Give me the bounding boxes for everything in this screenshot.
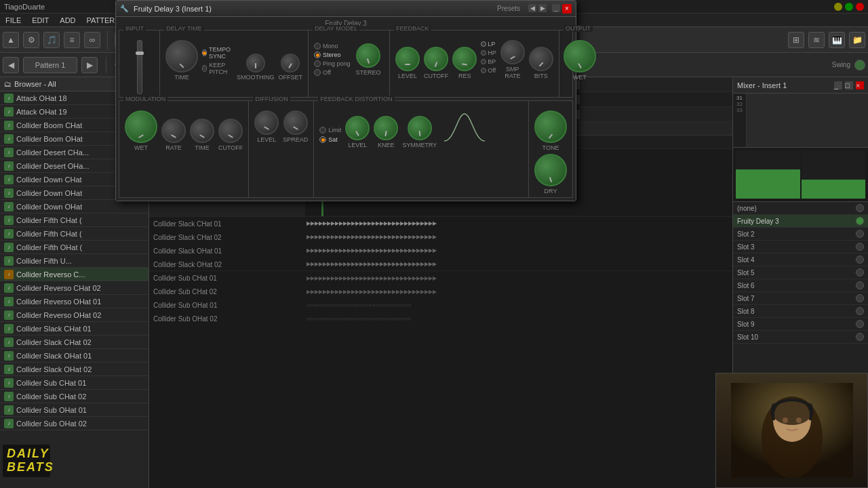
swing-knob[interactable] xyxy=(854,60,865,70)
presets-label[interactable]: Presets xyxy=(497,5,520,12)
menu-add[interactable]: ADD xyxy=(57,15,78,26)
sidebar-item[interactable]: ♪Collider Fifth OHat ( xyxy=(0,241,149,254)
cutoff-knob[interactable] xyxy=(424,47,448,71)
mixer-slot-3[interactable]: Slot 3 xyxy=(733,241,868,253)
sidebar-item[interactable]: ♪Collider Sub CHat 01 xyxy=(0,376,149,390)
menu-file[interactable]: FILE xyxy=(3,15,24,26)
tool-btn-4[interactable]: ≡ xyxy=(64,32,80,48)
sidebar-item[interactable]: ♪Collider Reverso C... xyxy=(0,268,149,281)
sidebar-item[interactable]: ♪Collider Down OHat xyxy=(0,200,149,214)
tempo-sync-radio[interactable]: TEMPO SYNC xyxy=(202,46,233,60)
diff-level-knob[interactable] xyxy=(254,110,279,135)
model-mono[interactable]: Mono xyxy=(314,43,351,49)
filter-bp[interactable]: BP xyxy=(481,58,496,65)
sidebar-item-icon: ♪ xyxy=(4,107,14,117)
mixer-btn[interactable]: ⊞ xyxy=(788,32,804,48)
pattern-prev[interactable]: ◀ xyxy=(3,57,19,73)
sidebar-item[interactable]: ♪Collider Sub CHat 02 xyxy=(0,390,149,403)
model-ping-pong[interactable]: Ping pong xyxy=(314,60,351,67)
mixer-slot-6[interactable]: Slot 6 xyxy=(733,279,868,292)
dist-level-knob[interactable] xyxy=(345,116,370,140)
sidebar-item[interactable]: ♪Collider Slack CHat 02 xyxy=(0,336,149,349)
filter-hp[interactable]: HP xyxy=(481,49,496,56)
sidebar-item[interactable]: ♪Collider Reverso OHat 01 xyxy=(0,295,149,308)
input-fader[interactable] xyxy=(137,40,142,94)
sat-label: Sat xyxy=(328,136,338,143)
filter-lp[interactable]: LP xyxy=(481,41,496,47)
stereo-knob[interactable] xyxy=(356,43,380,68)
sidebar-item[interactable]: ♪Collider Sub OHat 01 xyxy=(0,403,149,417)
bits-label: BITS xyxy=(534,73,548,79)
level-knob[interactable] xyxy=(395,47,420,71)
model-stereo[interactable]: Stereo xyxy=(314,52,351,58)
sat-radio[interactable]: Sat xyxy=(319,136,341,143)
mixer-slot-9[interactable]: Slot 9 xyxy=(733,318,868,331)
offset-knob[interactable] xyxy=(281,54,300,73)
mixer-minimize[interactable]: _ xyxy=(834,81,842,89)
plugin-minimize[interactable]: _ xyxy=(552,4,560,12)
mixer-slot-fruity-delay[interactable]: Fruity Delay 3 xyxy=(733,215,868,228)
plugin-close-button[interactable]: × xyxy=(562,4,572,14)
meter-bar xyxy=(802,150,866,199)
mixer-slot-none[interactable]: (none) xyxy=(733,202,868,215)
tone-knob[interactable] xyxy=(534,110,567,143)
mixer-slot-indicator xyxy=(856,243,864,251)
tool-btn-3[interactable]: 🎵 xyxy=(43,32,60,48)
sidebar-item[interactable]: ♪Collider Reverso OHat 02 xyxy=(0,308,149,322)
knob-group-time: TIME xyxy=(165,40,198,81)
filter-type-group: LP HP BP Off xyxy=(481,41,496,74)
wet-knob[interactable] xyxy=(564,40,596,73)
channel-rack-btn[interactable]: ≋ xyxy=(808,32,825,48)
knob-group-modwet: WET xyxy=(125,110,157,151)
sidebar-item-icon: ♪ xyxy=(4,148,14,157)
tool-btn-5[interactable]: ∞ xyxy=(84,32,100,48)
mod-time-knob[interactable] xyxy=(190,119,214,143)
tool-btn-1[interactable]: ▲ xyxy=(3,32,19,48)
mixer-slot-4[interactable]: Slot 4 xyxy=(733,253,868,266)
smprate-knob[interactable] xyxy=(500,40,525,64)
mod-wet-knob[interactable] xyxy=(125,110,157,143)
bits-knob[interactable] xyxy=(529,47,553,71)
time-knob[interactable] xyxy=(165,40,198,73)
minimize-button[interactable] xyxy=(834,3,842,11)
sidebar-item[interactable]: ♪Collider Fifth CHat ( xyxy=(0,214,149,227)
sidebar-item[interactable]: ♪Collider Slack CHat 01 xyxy=(0,322,149,336)
tool-btn-2[interactable]: ⚙ xyxy=(23,32,39,48)
mixer-close[interactable]: × xyxy=(856,81,864,89)
menu-edit[interactable]: EDIT xyxy=(29,15,52,26)
close-button[interactable] xyxy=(856,3,864,11)
svg-point-5 xyxy=(796,418,802,423)
mixer-slot-8[interactable]: Slot 8 xyxy=(733,305,868,318)
keep-pitch-radio[interactable]: KEEP PITCH xyxy=(202,62,233,75)
knee-knob[interactable] xyxy=(374,116,398,140)
pattern-next[interactable]: ▶ xyxy=(81,57,98,73)
piano-roll-btn[interactable]: 🎹 xyxy=(829,32,845,48)
diff-spread-knob[interactable] xyxy=(283,110,308,135)
model-off[interactable]: Off xyxy=(314,69,351,76)
sidebar-item[interactable]: ♪Collider Reverso CHat 02 xyxy=(0,281,149,295)
filter-off[interactable]: Off xyxy=(481,67,496,74)
browser-btn[interactable]: 📁 xyxy=(849,32,865,48)
sidebar-item[interactable]: ♪Collider Fifth U... xyxy=(0,254,149,268)
mixer-slot-5[interactable]: Slot 5 xyxy=(733,266,868,279)
sidebar-item[interactable]: ♪Collider Slack OHat 01 xyxy=(0,349,149,363)
sidebar-item[interactable]: ♪Collider Slack OHat 02 xyxy=(0,363,149,376)
sidebar-item[interactable]: ♪Collider Fifth CHat ( xyxy=(0,227,149,241)
feedback-distortion-section: FEEDBACK DISTORTION Limit Sat xyxy=(314,101,529,197)
mixer-slot-7[interactable]: Slot 7 xyxy=(733,292,868,305)
mod-cutoff-knob[interactable] xyxy=(218,119,243,143)
maximize-button[interactable] xyxy=(845,3,853,11)
mixer-expand[interactable]: □ xyxy=(845,81,853,89)
dry-knob[interactable] xyxy=(534,154,567,186)
res-knob[interactable] xyxy=(452,47,477,71)
limit-label: Limit xyxy=(328,127,341,134)
rate-knob[interactable] xyxy=(161,119,186,143)
smoothing-knob[interactable] xyxy=(246,54,265,73)
limit-radio[interactable]: Limit xyxy=(319,127,341,134)
symmetry-knob[interactable] xyxy=(408,116,432,140)
mixer-slot-2[interactable]: Slot 2 xyxy=(733,228,868,241)
plugin-nav-prev[interactable]: ◀ xyxy=(528,4,536,12)
sidebar-item[interactable]: ♪Collider Sub OHat 02 xyxy=(0,417,149,430)
plugin-nav-next[interactable]: ▶ xyxy=(538,4,547,12)
mixer-slot-10[interactable]: Slot 10 xyxy=(733,331,868,344)
